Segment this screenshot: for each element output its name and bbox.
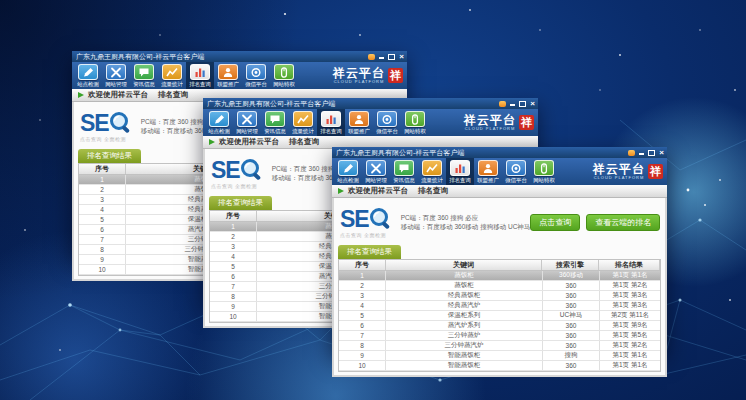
toolbar-item-site-manage[interactable]: 网站管理 (102, 62, 130, 89)
promotion-icon (218, 64, 238, 80)
table-row[interactable]: 4经典蒸汽炉360第1页 第3名 (339, 301, 660, 311)
toolbar-item-site-manage[interactable]: 网站管理 (233, 109, 261, 136)
toolbar-item-mouse[interactable]: 网站特权 (401, 109, 429, 136)
cell-no: 5 (210, 262, 257, 271)
toolbar-item-message[interactable]: 资讯信息 (130, 62, 158, 89)
close-icon[interactable]: × (659, 149, 664, 157)
skin-icon[interactable] (499, 101, 506, 107)
toolbar-item-site-check[interactable]: 站点检测 (205, 109, 233, 136)
cell-no: 4 (210, 252, 257, 261)
maximize-icon[interactable] (519, 101, 526, 107)
minimize-icon[interactable] (379, 57, 384, 59)
toolbar-item-label: 流量统计 (292, 127, 314, 134)
brand-subtitle: CLOUD PLATFORM (334, 80, 385, 84)
title-bar[interactable]: 广东九鼎王厨具有限公司-祥云平台客户端 × (72, 51, 407, 62)
at-icon (506, 160, 526, 176)
site-check-icon (338, 160, 358, 176)
toolbar-items: 站点检测网站管理资讯信息流量统计排名查询联盟推广微信平台网站特权 (205, 109, 429, 136)
table-body: 1蒸饭柜360移动第1页 第1名2蒸饭柜360第1页 第2名3经典蒸饭柜360第… (339, 271, 660, 371)
seo-slogan: 点击查询 全面检测 (211, 183, 264, 189)
toolbar-item-site-check[interactable]: 站点检测 (334, 158, 362, 185)
title-bar[interactable]: 广东九鼎王厨具有限公司-祥云平台客户端 × (332, 147, 667, 158)
skin-icon[interactable] (368, 54, 375, 60)
minimize-icon[interactable] (510, 104, 515, 106)
tab-rank-results[interactable]: 排名查询结果 (209, 196, 272, 210)
cell-rank: 第1页 第2名 (600, 341, 660, 350)
table-row[interactable]: 1蒸饭柜360移动第1页 第1名 (339, 271, 660, 281)
magnifier-icon (240, 158, 264, 182)
toolbar-item-ranking[interactable]: 排名查询 (446, 158, 474, 185)
cell-kw: 三分钟蒸汽炉 (386, 341, 543, 350)
table-row[interactable]: 9智能蒸饭柜搜狗第1页 第1名 (339, 351, 660, 361)
current-page-label: 排名查询 (418, 186, 448, 196)
toolbar-item-label: 网站特权 (533, 176, 555, 183)
magnifier-icon (369, 207, 393, 231)
toolbar-item-mouse[interactable]: 网站特权 (530, 158, 558, 185)
cell-engine: 360 (543, 331, 600, 340)
toolbar-item-at[interactable]: 微信平台 (373, 109, 401, 136)
maximize-icon[interactable] (388, 54, 395, 60)
cell-kw: 三分钟蒸炉 (386, 331, 543, 340)
table-row[interactable]: 7三分钟蒸炉360第1页 第5名 (339, 331, 660, 341)
toolbar-item-label: 微信平台 (376, 127, 398, 134)
toolbar-item-promotion[interactable]: 联盟推广 (214, 62, 242, 89)
cell-kw: 蒸饭柜 (386, 271, 543, 280)
toolbar-item-traffic-stats[interactable]: 流量统计 (418, 158, 446, 185)
window-controls: × (499, 100, 535, 108)
toolbar-item-message[interactable]: 资讯信息 (390, 158, 418, 185)
toolbar-item-site-manage[interactable]: 网站管理 (362, 158, 390, 185)
brand-logo: 祥云平台 CLOUD PLATFORM 祥 (593, 158, 665, 185)
cell-engine: 360 (543, 291, 600, 300)
cell-no: 5 (79, 215, 126, 224)
table-row[interactable]: 6蒸汽炉系列360第1页 第9名 (339, 321, 660, 331)
message-icon (265, 111, 285, 127)
minimize-icon[interactable] (639, 153, 644, 155)
query-button[interactable]: 点击查询 (530, 214, 580, 231)
toolbar-item-label: 资讯信息 (133, 80, 155, 87)
cell-no: 7 (210, 282, 257, 291)
welcome-text: 欢迎使用祥云平台 (219, 137, 279, 147)
toolbar-item-ranking[interactable]: 排名查询 (317, 109, 345, 136)
cell-kw: 智能蒸饭柜 (386, 351, 543, 360)
cell-rank: 第1页 第1名 (600, 351, 660, 360)
cell-kw: 经典蒸汽炉 (386, 301, 543, 310)
toolbar-item-promotion[interactable]: 联盟推广 (345, 109, 373, 136)
brand-name: 祥云平台 (464, 114, 516, 126)
tab-rank-results[interactable]: 排名查询结果 (338, 245, 401, 259)
traffic-stats-icon (293, 111, 313, 127)
ranking-icon (450, 160, 470, 176)
toolbar-item-at[interactable]: 微信平台 (502, 158, 530, 185)
current-page-label: 排名查询 (289, 137, 319, 147)
view-cloud-rank-button[interactable]: 查看云端的排名 (586, 214, 660, 231)
maximize-icon[interactable] (648, 150, 655, 156)
cell-rank: 第1页 第3名 (600, 291, 660, 300)
toolbar-item-mouse[interactable]: 网站特权 (270, 62, 298, 89)
table-row[interactable]: 5保温柜系列UC神马第2页 第11名 (339, 311, 660, 321)
toolbar-item-ranking[interactable]: 排名查询 (186, 62, 214, 89)
title-bar[interactable]: 广东九鼎王厨具有限公司-祥云平台客户端 × (203, 98, 538, 109)
close-icon[interactable]: × (399, 53, 404, 61)
col-header-keyword: 关键词 (386, 260, 542, 270)
table-header: 序号 关键词 搜索引擎 排名结果 (339, 260, 660, 271)
toolbar-item-traffic-stats[interactable]: 流量统计 (289, 109, 317, 136)
cell-no: 2 (79, 185, 126, 194)
cell-engine: 360移动 (543, 271, 600, 280)
traffic-stats-icon (162, 64, 182, 80)
toolbar-item-promotion[interactable]: 联盟推广 (474, 158, 502, 185)
toolbar-item-site-check[interactable]: 站点检测 (74, 62, 102, 89)
skin-icon[interactable] (628, 150, 635, 156)
cell-no: 8 (339, 341, 386, 350)
table-row[interactable]: 3经典蒸饭柜360第1页 第3名 (339, 291, 660, 301)
table-row[interactable]: 2蒸饭柜360第1页 第2名 (339, 281, 660, 291)
table-row[interactable]: 8三分钟蒸汽炉360第1页 第2名 (339, 341, 660, 351)
toolbar-items: 站点检测网站管理资讯信息流量统计排名查询联盟推广微信平台网站特权 (334, 158, 558, 185)
toolbar-item-at[interactable]: 微信平台 (242, 62, 270, 89)
toolbar-item-message[interactable]: 资讯信息 (261, 109, 289, 136)
engine-line-pc: PC端：百度 360 搜狗 必应 (401, 213, 531, 222)
cell-no: 9 (339, 351, 386, 360)
tab-rank-results[interactable]: 排名查询结果 (78, 149, 141, 163)
toolbar-item-traffic-stats[interactable]: 流量统计 (158, 62, 186, 89)
close-icon[interactable]: × (530, 100, 535, 108)
engine-list: PC端：百度 360 搜狗 必应 移动端：百度移动 360移动 搜狗移动 UC神… (401, 213, 531, 231)
table-row[interactable]: 10智能蒸饭柜360第1页 第1名 (339, 361, 660, 371)
